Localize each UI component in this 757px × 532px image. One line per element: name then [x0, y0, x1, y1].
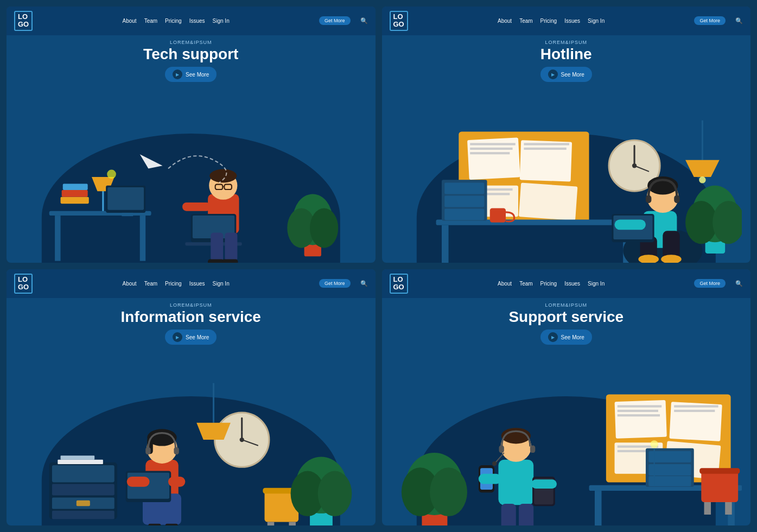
- svg-rect-3: [61, 197, 89, 204]
- see-more-btn-1[interactable]: ▶ See More: [165, 67, 217, 82]
- svg-rect-147: [501, 504, 516, 525]
- see-more-btn-2[interactable]: ▶ See More: [540, 67, 592, 82]
- card-title-4: Support service: [508, 309, 624, 326]
- svg-rect-128: [594, 491, 601, 525]
- svg-rect-154: [530, 446, 535, 453]
- logo-3: LOGO: [14, 274, 33, 294]
- subtitle-1: LOREM&IPSUM: [170, 40, 212, 45]
- navbar-4: LOGO About Team Pricing Issues Sign In G…: [382, 269, 751, 298]
- svg-rect-80: [77, 501, 90, 506]
- nav-about-4[interactable]: About: [498, 281, 512, 287]
- svg-rect-108: [174, 447, 179, 455]
- nav-links-1: About Team Pricing Issues Sign In: [42, 18, 309, 24]
- svg-point-20: [209, 169, 237, 183]
- nav-links-4: About Team Pricing Issues Sign In: [418, 281, 685, 287]
- svg-rect-77: [52, 465, 114, 482]
- card-title-2: Hotline: [540, 46, 592, 63]
- navbar-2: LOGO About Team Pricing Issues Sign In G…: [382, 7, 751, 35]
- nav-pricing-1[interactable]: Pricing: [165, 18, 182, 24]
- nav-team-3[interactable]: Team: [144, 281, 157, 287]
- svg-rect-70: [645, 195, 651, 204]
- subtitle-4: LOREM&IPSUM: [545, 302, 587, 308]
- search-icon-1[interactable]: 🔍: [360, 17, 368, 24]
- get-more-btn-4[interactable]: Get More: [694, 279, 726, 288]
- nav-issues-2[interactable]: Issues: [564, 18, 580, 24]
- svg-rect-92: [268, 522, 275, 525]
- svg-rect-131: [648, 451, 691, 463]
- get-more-btn-3[interactable]: Get More: [319, 279, 351, 288]
- nav-about-1[interactable]: About: [123, 18, 137, 24]
- nav-signin-3[interactable]: Sign In: [213, 281, 230, 287]
- card-tech-support: LOGO About Team Pricing Issues Sign In G…: [7, 7, 376, 263]
- nav-team-2[interactable]: Team: [519, 18, 532, 24]
- nav-team-4[interactable]: Team: [519, 281, 532, 287]
- svg-rect-103: [168, 477, 185, 487]
- get-more-btn-1[interactable]: Get More: [319, 16, 351, 25]
- logo-2: LOGO: [390, 11, 408, 31]
- nav-signin-4[interactable]: Sign In: [588, 281, 605, 287]
- svg-rect-34: [470, 143, 516, 145]
- search-icon-4[interactable]: 🔍: [735, 280, 743, 287]
- nav-pricing-3[interactable]: Pricing: [165, 281, 182, 287]
- nav-about-3[interactable]: About: [123, 281, 137, 287]
- play-icon-4: ▶: [548, 332, 558, 342]
- nav-issues-4[interactable]: Issues: [564, 281, 580, 287]
- svg-rect-1: [55, 216, 60, 261]
- svg-rect-107: [145, 447, 150, 455]
- svg-rect-146: [531, 480, 557, 489]
- svg-rect-52: [442, 225, 449, 263]
- search-icon-2[interactable]: 🔍: [735, 17, 743, 24]
- card-information-service: LOGO About Team Pricing Issues Sign In G…: [7, 269, 376, 525]
- card-content-1: LOREM&IPSUM Tech support ▶ See More: [7, 35, 376, 263]
- svg-rect-121: [674, 406, 718, 408]
- svg-rect-81: [52, 511, 114, 520]
- nav-about-2[interactable]: About: [498, 18, 512, 24]
- svg-rect-82: [58, 460, 103, 464]
- svg-rect-153: [499, 446, 504, 453]
- card-hotline: LOGO About Team Pricing Issues Sign In G…: [382, 7, 751, 263]
- logo-1: LOGO: [14, 11, 33, 31]
- svg-point-31: [107, 170, 116, 179]
- svg-rect-132: [648, 464, 691, 476]
- nav-links-2: About Team Pricing Issues Sign In: [418, 18, 685, 24]
- nav-pricing-4[interactable]: Pricing: [540, 281, 557, 287]
- card-content-3: LOREM&IPSUM Information service ▶ See Mo…: [7, 298, 376, 525]
- navbar-3: LOGO About Team Pricing Issues Sign In G…: [7, 269, 376, 298]
- svg-rect-145: [478, 474, 501, 484]
- get-more-btn-2[interactable]: Get More: [694, 16, 726, 25]
- svg-rect-133: [648, 476, 691, 486]
- nav-signin-1[interactable]: Sign In: [213, 18, 230, 24]
- svg-rect-71: [674, 195, 679, 204]
- logo-4: LOGO: [390, 274, 408, 294]
- illustration-2: [391, 86, 742, 263]
- nav-pricing-2[interactable]: Pricing: [540, 18, 557, 24]
- svg-rect-43: [518, 183, 577, 221]
- svg-rect-118: [617, 410, 658, 412]
- svg-rect-28: [222, 259, 238, 263]
- svg-rect-120: [669, 402, 722, 442]
- nav-issues-1[interactable]: Issues: [189, 18, 205, 24]
- svg-rect-67: [614, 220, 645, 230]
- see-more-btn-4[interactable]: ▶ See More: [540, 330, 592, 345]
- svg-rect-35: [470, 148, 512, 150]
- search-icon-3[interactable]: 🔍: [360, 280, 368, 287]
- nav-signin-2[interactable]: Sign In: [588, 18, 605, 24]
- card-title-3: Information service: [121, 309, 261, 326]
- nav-issues-3[interactable]: Issues: [189, 281, 205, 287]
- svg-rect-57: [444, 209, 484, 220]
- svg-rect-38: [524, 143, 569, 145]
- svg-rect-83: [61, 456, 95, 460]
- see-more-btn-3[interactable]: ▶ See More: [165, 330, 217, 345]
- play-icon-3: ▶: [173, 332, 182, 342]
- svg-marker-49: [685, 160, 720, 177]
- svg-rect-102: [127, 477, 150, 487]
- svg-point-74: [685, 201, 717, 244]
- nav-team-1[interactable]: Team: [144, 18, 157, 24]
- svg-rect-119: [617, 414, 659, 416]
- svg-rect-110: [166, 524, 178, 525]
- svg-rect-78: [52, 484, 114, 496]
- svg-rect-148: [519, 504, 533, 525]
- illustration-4: [391, 349, 742, 525]
- svg-point-14: [310, 208, 338, 248]
- svg-rect-58: [489, 208, 505, 223]
